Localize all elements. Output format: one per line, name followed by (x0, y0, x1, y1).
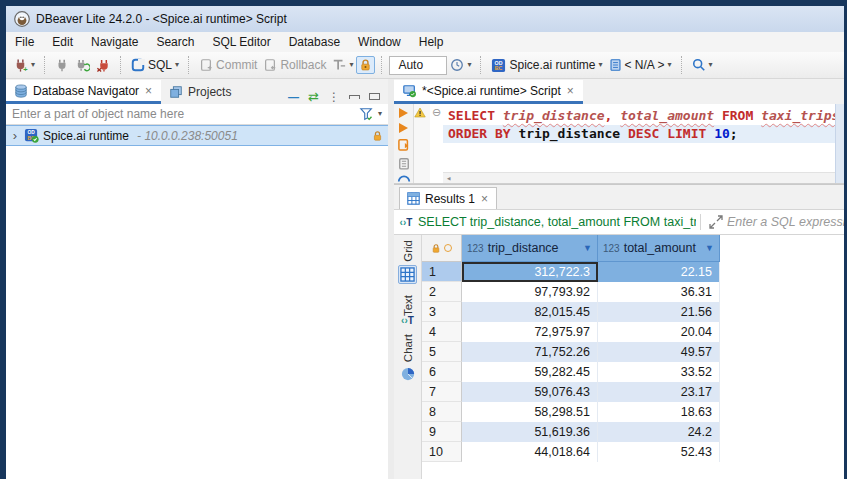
view-tab-grid[interactable]: Grid (398, 240, 417, 284)
row-number[interactable]: 5 (422, 342, 462, 362)
row-number[interactable]: 3 (422, 302, 462, 322)
tab-database-navigator[interactable]: Database Navigator × (6, 80, 161, 104)
link-with-editor-icon[interactable]: ⇄ (308, 89, 319, 104)
view-tab-chart[interactable]: Chart (399, 334, 417, 383)
scroll-left-icon[interactable]: ◂ (446, 173, 451, 183)
filter-funnel-icon[interactable] (359, 107, 374, 121)
row-number[interactable]: 10 (422, 442, 462, 462)
table-row[interactable]: 2 97,793.92 36.31 (422, 282, 844, 302)
column-header-trip-distance[interactable]: 123 trip_distance ▼ (462, 235, 598, 262)
cell-trip-distance[interactable]: 51,619.36 (462, 422, 598, 442)
menu-help[interactable]: Help (410, 32, 453, 52)
row-number[interactable]: 7 (422, 382, 462, 402)
cell-total-amount[interactable]: 22.15 (598, 262, 720, 282)
caret-down-icon[interactable]: ▾ (709, 61, 713, 69)
minimize-icon[interactable] (349, 95, 360, 99)
table-row[interactable]: 5 71,752.26 49.57 (422, 342, 844, 362)
execute-script-icon[interactable] (397, 138, 411, 152)
cell-trip-distance[interactable]: 44,018.64 (462, 442, 598, 462)
commit-mode-combo[interactable]: Auto (389, 56, 447, 75)
search-button[interactable]: ▾ (689, 56, 716, 74)
connection-tree-item[interactable]: › OD BC Spice.ai runtime - 10.0.0.238:50… (6, 125, 388, 146)
row-number[interactable]: 4 (422, 322, 462, 342)
connection-readonly-toggle[interactable] (356, 56, 375, 74)
table-row[interactable]: 3 82,015.45 21.56 (422, 302, 844, 322)
view-menu-icon[interactable]: ⋮ (328, 90, 340, 104)
cell-total-amount[interactable]: 33.52 (598, 362, 720, 382)
cell-total-amount[interactable]: 20.04 (598, 322, 720, 342)
caret-down-icon[interactable]: ▾ (467, 61, 471, 69)
grid-corner-cell[interactable] (422, 235, 462, 262)
close-icon[interactable]: × (480, 192, 489, 206)
execute-new-tab-icon[interactable]: + (399, 123, 408, 133)
commit-button[interactable]: Commit (196, 56, 260, 74)
row-number[interactable]: 1 (422, 262, 462, 282)
close-icon[interactable]: × (144, 84, 153, 98)
filter-expression-placeholder[interactable]: Enter a SQL expression to (727, 215, 844, 229)
menu-navigate[interactable]: Navigate (82, 32, 147, 52)
row-number[interactable]: 8 (422, 402, 462, 422)
expand-panel-icon[interactable] (709, 215, 723, 229)
explain-plan-icon[interactable] (397, 175, 411, 183)
active-connection-selector[interactable]: OD BC Spice.ai runtime ▾ (488, 56, 605, 75)
menu-sql-editor[interactable]: SQL Editor (203, 32, 279, 52)
connect-button[interactable] (52, 56, 72, 74)
cell-trip-distance[interactable]: 312,722.3 (462, 262, 598, 282)
caret-down-icon[interactable]: ▾ (349, 61, 353, 69)
cell-total-amount[interactable]: 49.57 (598, 342, 720, 362)
table-row[interactable]: 4 72,975.97 20.04 (422, 322, 844, 342)
cell-trip-distance[interactable]: 59,282.45 (462, 362, 598, 382)
horizontal-scrollbar[interactable]: ◂ (443, 172, 835, 183)
row-number[interactable]: 9 (422, 422, 462, 442)
caret-down-icon[interactable]: ▾ (378, 110, 382, 118)
expander-chevron-icon[interactable]: › (10, 128, 20, 143)
cell-trip-distance[interactable]: 97,793.92 (462, 282, 598, 302)
table-row[interactable]: 6 59,282.45 33.52 (422, 362, 844, 382)
cell-total-amount[interactable]: 52.43 (598, 442, 720, 462)
disconnect-button[interactable] (93, 56, 114, 75)
menu-window[interactable]: Window (349, 32, 410, 52)
table-row[interactable]: 8 58,298.51 18.63 (422, 402, 844, 422)
maximize-icon[interactable] (369, 93, 380, 100)
tab-results-1[interactable]: Results 1 × (399, 187, 497, 209)
fold-collapse-icon[interactable]: ⊖ (432, 106, 441, 118)
caret-down-icon[interactable]: ▾ (599, 61, 603, 69)
cell-trip-distance[interactable]: 72,975.97 (462, 322, 598, 342)
column-header-total-amount[interactable]: 123 total_amount ▼ (598, 235, 720, 262)
tab-sql-script[interactable]: *<Spice.ai runtime> Script × (394, 80, 583, 104)
collapse-all-icon[interactable]: — (288, 91, 299, 103)
overview-ruler[interactable] (835, 104, 844, 183)
execute-statement-icon[interactable] (399, 108, 408, 118)
transaction-log-button[interactable]: ▾ (447, 56, 474, 74)
new-connection-button[interactable]: + ▾ (10, 56, 38, 75)
rollback-button[interactable]: Rollback (260, 56, 329, 74)
menu-search[interactable]: Search (147, 32, 203, 52)
row-number[interactable]: 2 (422, 282, 462, 302)
table-row[interactable]: 10 44,018.64 52.43 (422, 442, 844, 462)
cell-trip-distance[interactable]: 71,752.26 (462, 342, 598, 362)
cell-total-amount[interactable]: 23.17 (598, 382, 720, 402)
view-tab-text[interactable]: Text ‹›T (399, 295, 416, 323)
active-database-selector[interactable]: < N/A > ▾ (606, 56, 675, 74)
caret-down-icon[interactable]: ▾ (668, 61, 672, 69)
code-area[interactable]: SELECT trip_distance, total_amount FROM … (443, 104, 835, 183)
sql-editor-button[interactable]: SQL ▾ (128, 56, 182, 74)
object-filter-input[interactable] (6, 107, 359, 121)
cell-trip-distance[interactable]: 59,076.43 (462, 382, 598, 402)
script-icon[interactable] (397, 157, 411, 171)
row-number[interactable]: 6 (422, 362, 462, 382)
transaction-mode-button[interactable]: ▾ (329, 56, 356, 74)
menu-edit[interactable]: Edit (43, 32, 82, 52)
cell-trip-distance[interactable]: 82,015.45 (462, 302, 598, 322)
cell-trip-distance[interactable]: 58,298.51 (462, 402, 598, 422)
cell-total-amount[interactable]: 21.56 (598, 302, 720, 322)
close-icon[interactable]: × (566, 84, 575, 98)
warning-icon[interactable] (414, 107, 426, 118)
menu-database[interactable]: Database (280, 32, 349, 52)
table-row[interactable]: 1 312,722.3 22.15 (422, 262, 844, 282)
caret-down-icon[interactable]: ▾ (31, 61, 35, 69)
caret-down-icon[interactable]: ▾ (175, 61, 179, 69)
sort-desc-icon[interactable]: ▼ (583, 243, 592, 253)
cell-total-amount[interactable]: 24.2 (598, 422, 720, 442)
table-row[interactable]: 7 59,076.43 23.17 (422, 382, 844, 402)
